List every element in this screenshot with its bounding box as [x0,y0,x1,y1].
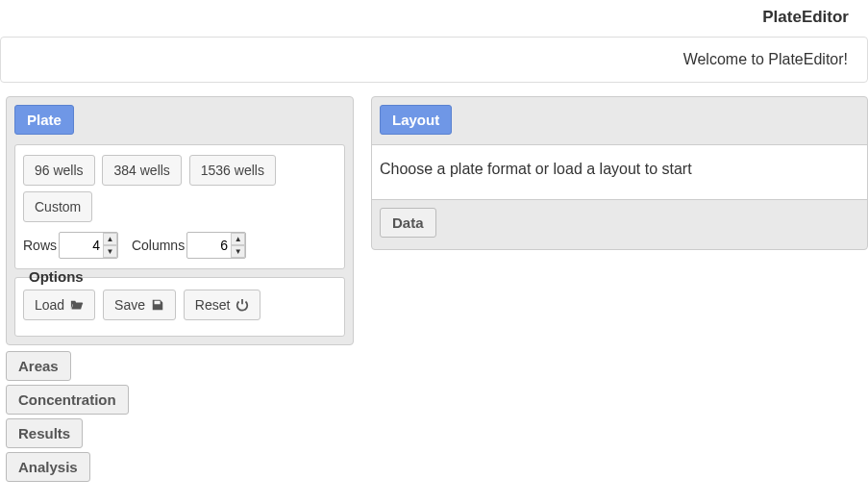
tab-data[interactable]: Data [380,208,436,238]
app-header: PlateEditor [0,0,868,31]
wells-custom-button[interactable]: Custom [23,191,92,222]
tab-results[interactable]: Results [6,418,83,448]
plate-panel: Plate 96 wells 384 wells 1536 wells Cust… [6,96,354,345]
wells-96-button[interactable]: 96 wells [23,155,95,186]
rows-spinner: ▲ ▼ [103,233,117,258]
cols-label: Columns [132,238,185,253]
layout-panel: Layout Choose a plate format or load a l… [371,96,868,250]
reset-label: Reset [195,297,231,313]
rows-cols-row: Rows ▲ ▼ Columns [23,232,336,259]
rows-down-button[interactable]: ▼ [103,245,117,258]
floppy-icon [151,298,164,312]
tab-layout[interactable]: Layout [380,105,452,135]
main-layout: Plate 96 wells 384 wells 1536 wells Cust… [0,96,868,486]
cols-spinner: ▲ ▼ [231,233,245,258]
data-tab-row: Data [380,208,859,241]
format-button-row: 96 wells 384 wells 1536 wells Custom [23,155,336,228]
rows-label: Rows [23,238,57,253]
rows-up-button[interactable]: ▲ [103,233,117,245]
tab-plate[interactable]: Plate [14,105,74,135]
load-label: Load [35,297,64,313]
reset-button[interactable]: Reset [184,290,261,320]
cols-down-button[interactable]: ▼ [231,245,245,258]
save-button[interactable]: Save [103,290,176,320]
plate-format-box: 96 wells 384 wells 1536 wells Custom Row… [14,144,345,269]
welcome-bar: Welcome to PlateEditor! [0,37,868,83]
load-button[interactable]: Load [23,290,95,320]
power-icon [236,298,249,312]
welcome-text: Welcome to PlateEditor! [683,51,848,67]
tab-concentration[interactable]: Concentration [6,385,129,415]
folder-open-icon [70,298,84,312]
right-column: Layout Choose a plate format or load a l… [371,96,868,486]
app-title: PlateEditor [762,8,849,26]
options-fieldset: Options Load Save Reset [14,277,345,337]
tab-analysis[interactable]: Analysis [6,452,90,482]
wells-1536-button[interactable]: 1536 wells [189,155,276,186]
wells-384-button[interactable]: 384 wells [102,155,181,186]
options-legend: Options [25,268,87,285]
cols-up-button[interactable]: ▲ [231,233,245,245]
tab-areas[interactable]: Areas [6,351,71,381]
layout-message: Choose a plate format or load a layout t… [380,161,692,177]
left-column: Plate 96 wells 384 wells 1536 wells Cust… [6,96,354,486]
layout-body: Choose a plate format or load a layout t… [372,144,867,200]
save-label: Save [114,297,145,313]
